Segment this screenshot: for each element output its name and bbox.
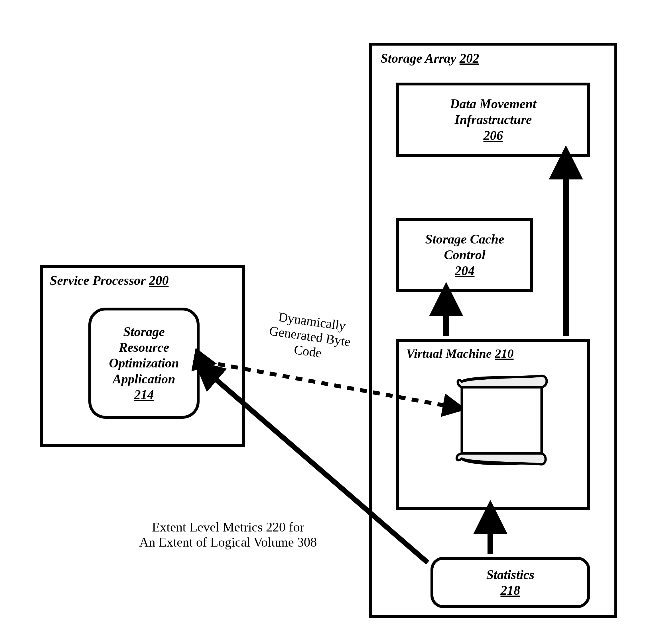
vm-ref: 210 (495, 347, 514, 361)
bc-line1: Byte (488, 399, 513, 413)
data-movement-text: Data Movement Infrastructure 206 (450, 96, 537, 143)
storage-array-box: Storage Array 202 Data Movement Infrastr… (369, 43, 617, 618)
statistics-box: Statistics 218 (431, 557, 590, 608)
cc-ref: 204 (455, 263, 475, 278)
app-line1: Storage (123, 324, 165, 339)
service-processor-title: Service Processor 200 (50, 273, 169, 288)
bytecode-arrow-label: Dynamically Generated Byte Code (250, 306, 370, 367)
storage-array-ref: 202 (460, 51, 479, 66)
vm-title-text: Virtual Machine (406, 347, 492, 361)
service-processor-box: Service Processor 200 Storage Resource O… (40, 265, 245, 447)
service-processor-ref: 200 (149, 273, 169, 288)
dm-ref: 206 (483, 128, 503, 143)
statistics-text: Statistics 218 (486, 567, 534, 598)
data-movement-infrastructure-box: Data Movement Infrastructure 206 (396, 83, 590, 157)
storage-cache-control-box: Storage Cache Control 204 (396, 218, 533, 292)
service-processor-title-text: Service Processor (50, 273, 146, 288)
bc-ref: 212 (490, 429, 510, 443)
app-line2: Resource (119, 340, 169, 354)
metrics-arrow-label: Extent Level Metrics 220 for An Extent o… (126, 520, 331, 550)
cc-line1: Storage Cache (425, 232, 504, 246)
cc-line2: Control (444, 248, 485, 262)
bc-line2: Code (486, 414, 514, 429)
bytecode-scroll-text: Byte Code 212 (472, 399, 529, 444)
app-line4: Application (113, 372, 175, 386)
vm-title: Virtual Machine 210 (406, 347, 514, 361)
stats-title: Statistics (486, 567, 534, 582)
storage-optimization-app-box: Storage Resource Optimization Applicatio… (88, 307, 200, 419)
app-line3: Optimization (109, 356, 179, 370)
dm-line2: Infrastructure (455, 112, 532, 127)
storage-optimization-app-text: Storage Resource Optimization Applicatio… (109, 324, 179, 402)
stats-ref: 218 (501, 583, 520, 598)
cache-control-text: Storage Cache Control 204 (425, 231, 504, 279)
dm-line1: Data Movement (450, 96, 537, 111)
storage-array-title-text: Storage Array (380, 51, 456, 66)
ma-line1: Extent Level Metrics 220 for (152, 520, 304, 534)
app-ref: 214 (134, 387, 154, 402)
diagram-canvas: Service Processor 200 Storage Resource O… (0, 0, 656, 644)
ma-line2: An Extent of Logical Volume 308 (139, 535, 317, 549)
storage-array-title: Storage Array 202 (380, 51, 479, 66)
